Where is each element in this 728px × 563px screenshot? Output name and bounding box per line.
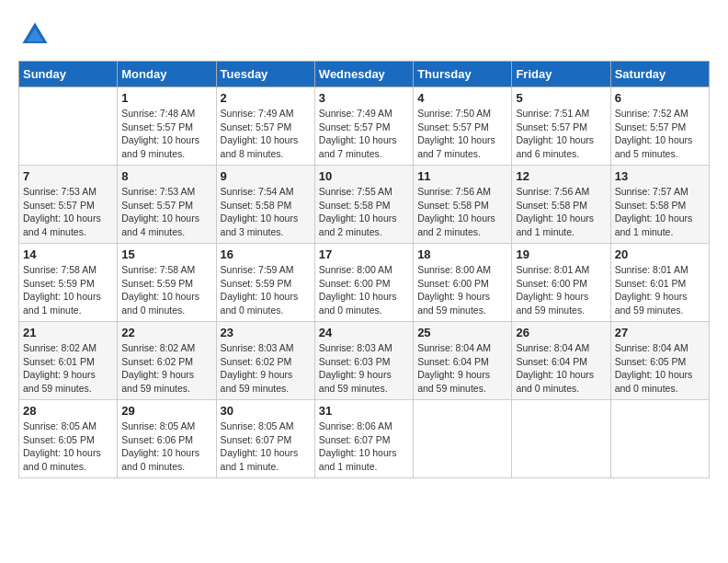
day-info: Sunrise: 8:02 AM Sunset: 6:01 PM Dayligh… xyxy=(23,341,113,396)
calendar-cell: 11Sunrise: 7:56 AM Sunset: 5:58 PM Dayli… xyxy=(414,166,512,244)
day-info: Sunrise: 8:00 AM Sunset: 6:00 PM Dayligh… xyxy=(319,263,409,317)
day-number: 25 xyxy=(417,326,507,339)
calendar-cell: 30Sunrise: 8:05 AM Sunset: 6:07 PM Dayli… xyxy=(216,400,314,478)
day-info: Sunrise: 7:49 AM Sunset: 5:57 PM Dayligh… xyxy=(319,107,409,161)
day-number: 19 xyxy=(516,247,606,261)
calendar-cell: 24Sunrise: 8:03 AM Sunset: 6:03 PM Dayli… xyxy=(314,322,413,400)
day-number: 31 xyxy=(319,404,409,418)
weekday-header: Monday xyxy=(118,62,216,87)
day-number: 18 xyxy=(417,247,507,261)
calendar-cell: 19Sunrise: 8:01 AM Sunset: 6:00 PM Dayli… xyxy=(512,244,610,322)
day-number: 22 xyxy=(121,326,211,339)
calendar-cell: 21Sunrise: 8:02 AM Sunset: 6:01 PM Dayli… xyxy=(19,322,118,400)
calendar-cell: 14Sunrise: 7:58 AM Sunset: 5:59 PM Dayli… xyxy=(19,244,118,322)
day-info: Sunrise: 8:06 AM Sunset: 6:07 PM Dayligh… xyxy=(319,419,409,474)
day-info: Sunrise: 8:01 AM Sunset: 6:01 PM Dayligh… xyxy=(615,263,705,317)
day-number: 16 xyxy=(221,247,311,261)
calendar-week-row: 21Sunrise: 8:02 AM Sunset: 6:01 PM Dayli… xyxy=(19,322,710,400)
calendar-cell: 17Sunrise: 8:00 AM Sunset: 6:00 PM Dayli… xyxy=(314,244,413,322)
calendar-cell: 22Sunrise: 8:02 AM Sunset: 6:02 PM Dayli… xyxy=(118,322,216,400)
day-info: Sunrise: 8:04 AM Sunset: 6:05 PM Dayligh… xyxy=(615,341,705,396)
calendar-cell: 18Sunrise: 8:00 AM Sunset: 6:00 PM Dayli… xyxy=(414,244,512,322)
day-info: Sunrise: 7:53 AM Sunset: 5:57 PM Dayligh… xyxy=(23,185,113,239)
calendar-week-row: 1Sunrise: 7:48 AM Sunset: 5:57 PM Daylig… xyxy=(19,87,710,166)
day-info: Sunrise: 7:58 AM Sunset: 5:59 PM Dayligh… xyxy=(23,263,113,317)
day-info: Sunrise: 8:03 AM Sunset: 6:02 PM Dayligh… xyxy=(221,341,311,396)
calendar-cell: 28Sunrise: 8:05 AM Sunset: 6:05 PM Dayli… xyxy=(19,400,118,478)
calendar-cell: 29Sunrise: 8:05 AM Sunset: 6:06 PM Dayli… xyxy=(118,400,216,478)
day-number: 21 xyxy=(23,326,113,339)
calendar-cell: 2Sunrise: 7:49 AM Sunset: 5:57 PM Daylig… xyxy=(216,87,314,166)
day-number: 8 xyxy=(121,169,211,183)
day-number: 26 xyxy=(516,326,606,339)
day-info: Sunrise: 8:05 AM Sunset: 6:05 PM Dayligh… xyxy=(23,419,113,474)
calendar-cell: 5Sunrise: 7:51 AM Sunset: 5:57 PM Daylig… xyxy=(512,87,610,166)
day-number: 1 xyxy=(121,91,211,105)
calendar-cell: 23Sunrise: 8:03 AM Sunset: 6:02 PM Dayli… xyxy=(216,322,314,400)
day-number: 7 xyxy=(23,169,113,183)
weekday-header: Saturday xyxy=(610,62,709,87)
calendar-week-row: 7Sunrise: 7:53 AM Sunset: 5:57 PM Daylig… xyxy=(19,166,710,244)
day-number: 5 xyxy=(516,91,606,105)
day-info: Sunrise: 7:48 AM Sunset: 5:57 PM Dayligh… xyxy=(121,107,211,161)
day-info: Sunrise: 7:54 AM Sunset: 5:58 PM Dayligh… xyxy=(221,185,311,239)
calendar-cell xyxy=(610,400,709,478)
day-number: 23 xyxy=(221,326,311,339)
calendar-cell: 25Sunrise: 8:04 AM Sunset: 6:04 PM Dayli… xyxy=(414,322,512,400)
day-number: 11 xyxy=(417,169,507,183)
calendar-cell: 6Sunrise: 7:52 AM Sunset: 5:57 PM Daylig… xyxy=(610,87,709,166)
day-number: 9 xyxy=(221,169,311,183)
day-info: Sunrise: 7:58 AM Sunset: 5:59 PM Dayligh… xyxy=(121,263,211,317)
calendar-cell: 15Sunrise: 7:58 AM Sunset: 5:59 PM Dayli… xyxy=(118,244,216,322)
day-number: 10 xyxy=(319,169,409,183)
day-info: Sunrise: 8:04 AM Sunset: 6:04 PM Dayligh… xyxy=(417,341,507,396)
weekday-header: Friday xyxy=(512,62,610,87)
day-info: Sunrise: 8:00 AM Sunset: 6:00 PM Dayligh… xyxy=(417,263,507,317)
day-number: 28 xyxy=(23,404,113,418)
day-info: Sunrise: 8:04 AM Sunset: 6:04 PM Dayligh… xyxy=(516,341,606,396)
day-number: 13 xyxy=(615,169,705,183)
logo xyxy=(18,18,55,52)
day-info: Sunrise: 8:02 AM Sunset: 6:02 PM Dayligh… xyxy=(121,341,211,396)
day-info: Sunrise: 7:51 AM Sunset: 5:57 PM Dayligh… xyxy=(516,107,606,161)
calendar-cell: 12Sunrise: 7:56 AM Sunset: 5:58 PM Dayli… xyxy=(512,166,610,244)
day-info: Sunrise: 7:56 AM Sunset: 5:58 PM Dayligh… xyxy=(417,185,507,239)
day-number: 12 xyxy=(516,169,606,183)
calendar-cell: 10Sunrise: 7:55 AM Sunset: 5:58 PM Dayli… xyxy=(314,166,413,244)
calendar-cell: 8Sunrise: 7:53 AM Sunset: 5:57 PM Daylig… xyxy=(118,166,216,244)
day-info: Sunrise: 7:56 AM Sunset: 5:58 PM Dayligh… xyxy=(516,185,606,239)
calendar-cell: 16Sunrise: 7:59 AM Sunset: 5:59 PM Dayli… xyxy=(216,244,314,322)
calendar-cell xyxy=(19,87,118,166)
day-info: Sunrise: 7:59 AM Sunset: 5:59 PM Dayligh… xyxy=(221,263,311,317)
calendar-cell xyxy=(414,400,512,478)
calendar-header-row: SundayMondayTuesdayWednesdayThursdayFrid… xyxy=(19,62,710,87)
day-number: 29 xyxy=(121,404,211,418)
day-info: Sunrise: 7:53 AM Sunset: 5:57 PM Dayligh… xyxy=(121,185,211,239)
day-number: 14 xyxy=(23,247,113,261)
calendar-cell: 1Sunrise: 7:48 AM Sunset: 5:57 PM Daylig… xyxy=(118,87,216,166)
day-info: Sunrise: 7:57 AM Sunset: 5:58 PM Dayligh… xyxy=(615,185,705,239)
calendar-cell: 13Sunrise: 7:57 AM Sunset: 5:58 PM Dayli… xyxy=(610,166,709,244)
day-number: 6 xyxy=(615,91,705,105)
calendar-cell: 9Sunrise: 7:54 AM Sunset: 5:58 PM Daylig… xyxy=(216,166,314,244)
day-info: Sunrise: 8:01 AM Sunset: 6:00 PM Dayligh… xyxy=(516,263,606,317)
calendar-cell xyxy=(512,400,610,478)
calendar-cell: 26Sunrise: 8:04 AM Sunset: 6:04 PM Dayli… xyxy=(512,322,610,400)
day-info: Sunrise: 8:03 AM Sunset: 6:03 PM Dayligh… xyxy=(319,341,409,396)
day-number: 3 xyxy=(319,91,409,105)
day-info: Sunrise: 7:52 AM Sunset: 5:57 PM Dayligh… xyxy=(615,107,705,161)
day-number: 15 xyxy=(121,247,211,261)
day-number: 4 xyxy=(417,91,507,105)
day-number: 24 xyxy=(319,326,409,339)
calendar-cell: 27Sunrise: 8:04 AM Sunset: 6:05 PM Dayli… xyxy=(610,322,709,400)
page-header xyxy=(18,18,710,52)
calendar-week-row: 14Sunrise: 7:58 AM Sunset: 5:59 PM Dayli… xyxy=(19,244,710,322)
day-number: 30 xyxy=(221,404,311,418)
weekday-header: Thursday xyxy=(414,62,512,87)
calendar-table: SundayMondayTuesdayWednesdayThursdayFrid… xyxy=(18,61,710,478)
day-info: Sunrise: 8:05 AM Sunset: 6:07 PM Dayligh… xyxy=(221,419,311,474)
day-info: Sunrise: 7:49 AM Sunset: 5:57 PM Dayligh… xyxy=(221,107,311,161)
calendar-cell: 20Sunrise: 8:01 AM Sunset: 6:01 PM Dayli… xyxy=(610,244,709,322)
calendar-week-row: 28Sunrise: 8:05 AM Sunset: 6:05 PM Dayli… xyxy=(19,400,710,478)
calendar-cell: 31Sunrise: 8:06 AM Sunset: 6:07 PM Dayli… xyxy=(314,400,413,478)
